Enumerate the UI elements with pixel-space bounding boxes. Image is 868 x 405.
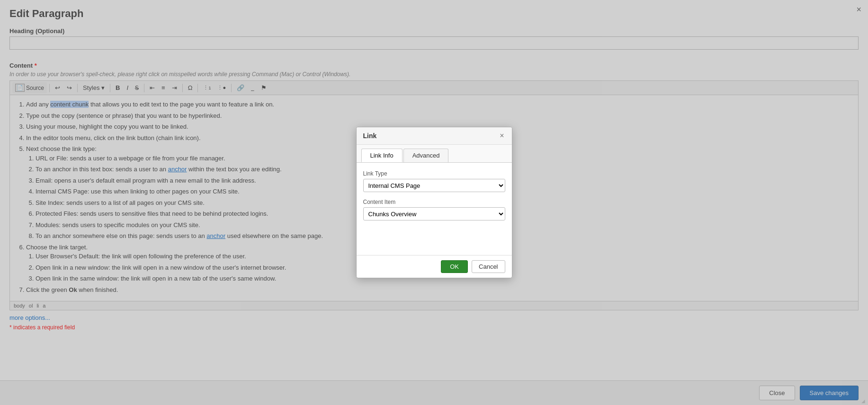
tab-advanced[interactable]: Advanced (403, 149, 449, 162)
modal-body: Link Type URL or File An Anchor In The T… (357, 163, 512, 255)
modal-close-button[interactable]: × (499, 132, 505, 140)
link-type-label: Link Type (363, 170, 505, 177)
link-modal: Link × Link Info Advanced Link Type URL … (356, 127, 512, 278)
content-item-label: Content Item (363, 199, 505, 205)
link-type-group: Link Type URL or File An Anchor In The T… (363, 170, 505, 192)
modal-title: Link (363, 132, 377, 140)
modal-overlay: Link × Link Info Advanced Link Type URL … (0, 0, 868, 405)
modal-header: Link × (357, 127, 512, 145)
modal-footer: OK Cancel ◢ (357, 255, 512, 278)
content-item-select[interactable]: Chunks Overview Home About Contact (363, 207, 505, 220)
content-item-group: Content Item Chunks Overview Home About … (363, 199, 505, 220)
ok-button[interactable]: OK (441, 260, 468, 273)
cancel-button[interactable]: Cancel (472, 260, 505, 273)
modal-tabs: Link Info Advanced (357, 145, 512, 163)
modal-resize-handle[interactable]: ◢ (861, 398, 867, 404)
link-type-select[interactable]: URL or File An Anchor In The Text Email … (363, 179, 505, 192)
tab-link-info[interactable]: Link Info (361, 149, 403, 162)
